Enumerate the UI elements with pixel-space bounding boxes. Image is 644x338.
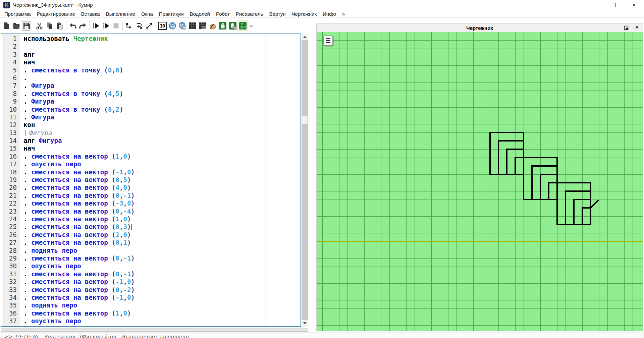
float-window-button[interactable] [624,25,629,30]
lcd-counter-button[interactable]: 10 [158,21,167,31]
drafter-titlebar[interactable]: Чертежник × [317,24,643,32]
code-token: 0 [116,208,119,215]
menu-item[interactable]: Вертун [266,11,288,17]
cut-button[interactable] [35,21,44,31]
undo-button[interactable] [68,21,77,31]
run-step-play-icon [102,22,110,30]
maximize-button[interactable] [604,0,624,10]
code-token: , [119,286,123,293]
menu-item[interactable]: Вставка [78,11,103,17]
copy-button[interactable] [45,21,54,31]
menu-item[interactable]: Окна [138,11,156,17]
save-button[interactable] [22,21,31,31]
code-token: ( [112,192,115,199]
step-out-button[interactable] [145,21,154,31]
run-button[interactable] [91,21,101,31]
risovatel-window-button[interactable] [208,21,217,31]
scroll-down-button[interactable] [302,320,308,327]
menu-item[interactable]: Робот [213,11,233,17]
robot-remote-button[interactable] [198,21,207,31]
code-token: , [112,90,115,97]
code-token: -1 [123,255,131,262]
code-token: 5 [123,176,127,183]
chertezhnik-window-button[interactable] [238,21,248,31]
menu-item[interactable]: Рисователь [233,11,266,17]
code-line: Фигура [23,129,301,137]
code-line: . сместиться в точку (4,5) [23,90,301,98]
code-token: . [23,325,31,327]
code-token: 1 [116,153,119,160]
redo-button[interactable] [78,21,88,31]
code-token: ) [127,153,131,160]
new-file-button[interactable] [2,21,11,31]
scroll-thumb[interactable] [302,116,308,124]
paste-button[interactable] [55,21,64,31]
menu-item[interactable]: Водолей [187,11,213,17]
code-token: Чертежник [73,35,108,42]
menu-item[interactable]: Выполнение [103,11,138,17]
code-token: , [119,208,123,215]
code-line: . сместиться на вектор (0,-1) [23,270,301,278]
line-number: 22 [3,200,20,207]
vodoley-window-button[interactable] [168,21,177,31]
vertun-window-button[interactable] [218,21,227,31]
vertical-axis [490,32,490,331]
scroll-up-button[interactable] [302,34,308,40]
code-token: сместиться в точку [31,90,104,97]
code-token: использовать [23,35,73,42]
open-file-button[interactable] [12,21,21,31]
code-line: . сместиться на вектор (0,5) [23,176,301,184]
line-number: 4 [3,58,20,66]
code-token: . [23,176,31,183]
code-token: ( [112,278,115,285]
menu-item[interactable]: Инфо [320,11,339,17]
code-token: -1 [116,294,123,301]
code-token: Фигура [31,98,54,105]
code-token: , [119,231,123,238]
editor-left-edge [3,34,3,326]
code-token: сместиться на вектор [31,176,112,183]
code-token: 1 [123,239,127,246]
vodoley-remote-button[interactable] [178,21,187,31]
code-token: . [23,208,31,215]
code-token: опустить перо [31,262,81,270]
code-line: использовать Чертежник [23,35,301,43]
vertical-scrollbar[interactable] [302,34,308,327]
code-token: -1 [116,168,123,176]
code-token: . [23,184,31,191]
toolbar-overflow-button[interactable]: » [250,23,253,29]
code-area[interactable]: использовать Чертежникалгнач. сместиться… [20,34,301,326]
step-over-button[interactable] [124,21,134,31]
editor-margin-divider[interactable] [266,34,266,326]
code-token: -2 [123,286,131,293]
code-token: , [119,255,123,262]
run-step-button[interactable] [101,21,111,31]
code-editor[interactable]: 1234567891011121314151617181920212223242… [1,34,301,327]
menu-item[interactable]: Редактирование [34,11,78,17]
stop-button[interactable] [111,21,121,31]
code-token: -1 [116,278,123,285]
robot-field-button[interactable] [188,21,197,31]
code-line: . сместиться на вектор (0,1) [23,239,301,246]
code-token: 8 [116,66,119,74]
menu-item[interactable]: Чертежник [289,11,320,17]
line-number: 15 [3,145,20,152]
code-token: , [123,294,127,301]
minimize-button[interactable]: — [584,0,604,10]
code-token: Фигура [39,137,62,144]
step-into-button[interactable] [135,21,144,31]
horizontal-scrollbar[interactable] [1,328,308,332]
vertun-remote-button[interactable] [228,21,237,31]
menu-item[interactable]: Практикум [156,11,187,17]
code-token: ( [112,184,115,191]
code-token: -4 [123,208,131,215]
drafter-close-button[interactable]: × [635,24,639,31]
code-token: поднять перо [31,247,77,254]
menu-item[interactable]: Программа [1,11,34,17]
menu-item[interactable]: » [339,11,348,17]
close-button[interactable]: × [624,0,644,10]
panel-menu-button[interactable] [323,36,333,46]
code-token: ) [127,176,131,183]
code-token: 4 [108,90,112,97]
code-token: , [123,278,127,285]
